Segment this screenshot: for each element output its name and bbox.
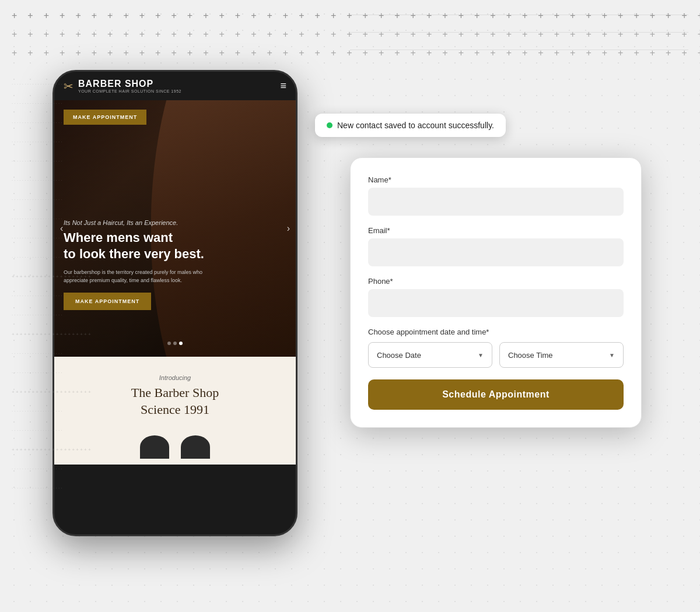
name-input[interactable] — [368, 188, 624, 216]
phone-input[interactable] — [368, 289, 624, 317]
intro-title: The Barber ShopScience 1991 — [66, 385, 284, 418]
intro-label: Introducing — [66, 374, 284, 381]
choose-date-dropdown[interactable]: Choose Date ▼ — [368, 342, 492, 368]
hero-description: Our barbershop is the territory created … — [64, 269, 204, 284]
bg-line-3 — [350, 50, 688, 50]
carousel-dot-3[interactable] — [179, 342, 183, 345]
foot-left — [140, 435, 169, 459]
date-dropdown-arrow: ▼ — [478, 352, 484, 358]
foot-right — [181, 435, 210, 459]
plus-row-2: ++++++++++++++++++++++++++++++++++++++++… — [12, 29, 700, 40]
plus-row-1: ++++++++++++++++++++++++++++++++++++++++… — [12, 10, 700, 21]
choose-time-dropdown[interactable]: Choose Time ▼ — [499, 342, 624, 368]
phone-field-group: Phone* — [368, 277, 624, 317]
barber-tagline: YOUR COMPLETE HAIR SOLUTION SINCE 1952 — [78, 89, 181, 93]
success-indicator — [327, 122, 332, 128]
email-input[interactable] — [368, 238, 624, 266]
toast-message: New contact saved to account successfull… — [337, 121, 494, 130]
bg-line-1 — [350, 15, 688, 15]
make-appointment-bottom-button[interactable]: MAKE APPOINTMENT — [64, 293, 151, 310]
hero-text: Its Not Just a Haircut, Its an Experienc… — [64, 219, 286, 310]
datetime-group: Choose appointment date and time* Choose… — [368, 328, 624, 368]
phone-label: Phone* — [368, 277, 624, 286]
appointment-form: Name* Email* Phone* Choose appointment d… — [350, 157, 642, 428]
carousel-prev-button[interactable]: ‹ — [60, 223, 63, 234]
carousel-dot-1[interactable] — [167, 342, 171, 345]
bg-line-2 — [350, 32, 688, 33]
schedule-appointment-button[interactable]: Schedule Appointment — [368, 379, 624, 410]
hero-headline: Where mens wantto look there very best. — [64, 230, 286, 263]
carousel-next-button[interactable]: › — [287, 223, 290, 234]
time-dropdown-arrow: ▼ — [609, 352, 615, 358]
choose-date-label: Choose Date — [377, 351, 421, 360]
name-label: Name* — [368, 175, 624, 184]
choose-time-label: Choose Time — [508, 351, 553, 360]
email-label: Email* — [368, 226, 624, 235]
carousel-dot-2[interactable] — [173, 342, 177, 345]
notification-toast: New contact saved to account successfull… — [315, 114, 506, 137]
hamburger-icon[interactable]: ≡ — [280, 80, 286, 92]
hero-tagline: Its Not Just a Haircut, Its an Experienc… — [64, 219, 286, 226]
name-field-group: Name* — [368, 175, 624, 216]
email-field-group: Email* — [368, 226, 624, 266]
barber-brand: BARBER SHOP — [78, 79, 181, 89]
barber-title-block: BARBER SHOP YOUR COMPLETE HAIR SOLUTION … — [78, 79, 181, 93]
datetime-row: Choose Date ▼ Choose Time ▼ — [368, 342, 624, 368]
datetime-label: Choose appointment date and time* — [368, 328, 624, 336]
